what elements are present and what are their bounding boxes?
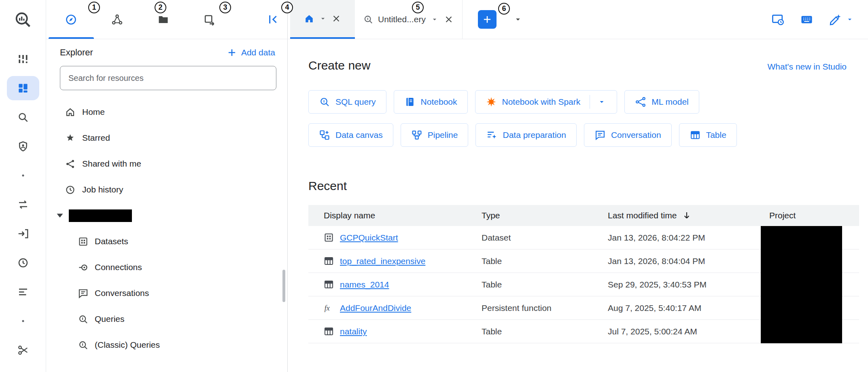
chevron-down-icon[interactable]: [430, 15, 439, 24]
close-icon[interactable]: [331, 13, 342, 24]
split-divider: [590, 95, 590, 109]
explorer-tab-lineage[interactable]: [94, 0, 140, 39]
rail-scheduling-button[interactable]: [0, 248, 46, 277]
explorer-title: Explorer: [60, 47, 93, 58]
selected-pill: [7, 76, 39, 100]
rail-analysis-button[interactable]: [0, 44, 46, 74]
add-data-button[interactable]: Add data: [227, 47, 275, 58]
spark-icon: [486, 96, 497, 108]
table-icon: [323, 279, 334, 290]
create-notebook-button[interactable]: Notebook: [394, 90, 468, 114]
type-cell: Persistent function: [482, 303, 608, 313]
chevron-down-icon[interactable]: [318, 14, 327, 23]
rail-monitoring-button[interactable]: [0, 277, 46, 306]
explorer-item-classic-queries[interactable]: (Classic) Queries: [46, 332, 287, 358]
home-tab[interactable]: [290, 0, 355, 39]
create-data-preparation-button[interactable]: Data preparation: [475, 123, 576, 147]
search-input[interactable]: [60, 66, 276, 90]
resource-link[interactable]: top_rated_inexpensive: [340, 256, 425, 266]
last-modified-cell: Sep 29, 2025, 3:40:53 PM: [608, 280, 769, 290]
rail-transfers-button[interactable]: [0, 190, 46, 219]
collapse-panel-icon[interactable]: [266, 13, 279, 26]
tab-list-chevron-icon[interactable]: [513, 14, 523, 25]
left-nav-rail: [0, 0, 46, 372]
gemini-assist-button[interactable]: [829, 13, 854, 26]
explorer-item-starred[interactable]: Starred: [46, 125, 287, 151]
bigquery-logo-icon: [14, 11, 32, 29]
explorer-project-row[interactable]: [46, 203, 287, 228]
annotation-badge-5: 5: [412, 2, 424, 13]
query-icon: [363, 14, 374, 25]
create-notebook-with-spark-button[interactable]: Notebook with Spark: [475, 90, 618, 114]
rail-studio-button[interactable]: [0, 74, 46, 103]
caret-down-icon: [597, 97, 607, 107]
active-tab-underline: [49, 37, 94, 39]
resource-link[interactable]: GCPQuickStart: [340, 233, 398, 243]
notebook-icon: [404, 96, 416, 108]
monitoring-lines-icon: [17, 286, 29, 298]
tabbar-actions: [771, 0, 868, 39]
studio-grid-icon: [17, 82, 29, 94]
rail-divider-dot: [0, 161, 46, 190]
create-table-button[interactable]: Table: [679, 123, 737, 147]
explorer-panel: Explorer Add data HomeStarredShared with…: [46, 0, 288, 372]
close-icon[interactable]: [444, 14, 454, 25]
col-display-name: Display name: [308, 211, 482, 220]
rail-items: [0, 44, 46, 365]
resource-link[interactable]: natality: [340, 327, 367, 336]
create-ml-model-button[interactable]: ML model: [624, 90, 699, 114]
folder-icon: [157, 13, 170, 26]
resource-link[interactable]: names_2014: [340, 280, 389, 290]
keyboard-icon[interactable]: [800, 13, 813, 26]
col-last-modified[interactable]: Last modified time: [608, 210, 769, 221]
repository-icon: [203, 13, 216, 26]
star-icon: [65, 133, 76, 144]
explorer-item-job-history[interactable]: Job history: [46, 177, 287, 203]
explorer-tab-compass[interactable]: [48, 0, 94, 39]
conversation-icon: [594, 129, 606, 141]
create-new-title: Create new: [308, 59, 370, 72]
gemini-pen-icon: [829, 13, 842, 26]
explorer-scrollbar[interactable]: [282, 270, 285, 302]
recent-table: Display name Type Last modified time Pro…: [308, 205, 859, 343]
resource-link[interactable]: AddFourAndDivide: [340, 303, 411, 313]
window-clock-icon[interactable]: [771, 13, 785, 26]
type-cell: Dataset: [482, 233, 608, 243]
bigquery-logo[interactable]: [0, 0, 46, 40]
add-data-label: Add data: [241, 48, 275, 57]
rail-search-button[interactable]: [0, 103, 46, 132]
explorer-item-home[interactable]: Home: [46, 99, 287, 125]
editor-tabbar: Untitled...ery: [288, 0, 868, 39]
create-data-canvas-button[interactable]: Data canvas: [308, 123, 393, 147]
annotation-badge-3: 3: [219, 2, 231, 13]
explorer-item-queries[interactable]: Queries: [46, 306, 287, 332]
type-cell: Table: [482, 327, 608, 336]
whats-new-link[interactable]: What's new in Studio: [768, 62, 847, 72]
plus-icon: [482, 14, 492, 25]
explorer-item-shared-with-me[interactable]: Shared with me: [46, 151, 287, 177]
explorer-item-conversations[interactable]: Conversations: [46, 280, 287, 306]
pipeline-icon: [411, 129, 422, 141]
home-icon: [65, 107, 76, 118]
create-pipeline-button[interactable]: Pipeline: [401, 123, 469, 147]
col-project: Project: [769, 211, 859, 220]
table-header-row: Display name Type Last modified time Pro…: [308, 205, 859, 226]
compass-icon: [65, 13, 77, 26]
migration-icon: [17, 228, 29, 240]
query-icon: [78, 314, 89, 325]
create-conversation-button[interactable]: Conversation: [584, 123, 672, 147]
dataset-icon: [78, 236, 89, 247]
rail-governance-button[interactable]: [0, 132, 46, 161]
rail-migration-button[interactable]: [0, 219, 46, 248]
untitled-query-tab[interactable]: Untitled...ery: [355, 0, 463, 39]
transfers-icon: [17, 199, 29, 211]
last-modified-cell: Jul 7, 2025, 5:00:24 AM: [608, 327, 769, 336]
data-canvas-icon: [319, 129, 330, 141]
explorer-item-connections[interactable]: Connections: [46, 254, 287, 280]
rail-sharing-button[interactable]: [0, 336, 46, 365]
create-sql-query-button[interactable]: SQL query: [308, 90, 386, 114]
bar-chart-icon: [17, 53, 29, 65]
new-tab-button[interactable]: [478, 10, 497, 29]
explorer-item-datasets[interactable]: Datasets: [46, 228, 287, 254]
rail-divider-dot: [0, 306, 46, 336]
